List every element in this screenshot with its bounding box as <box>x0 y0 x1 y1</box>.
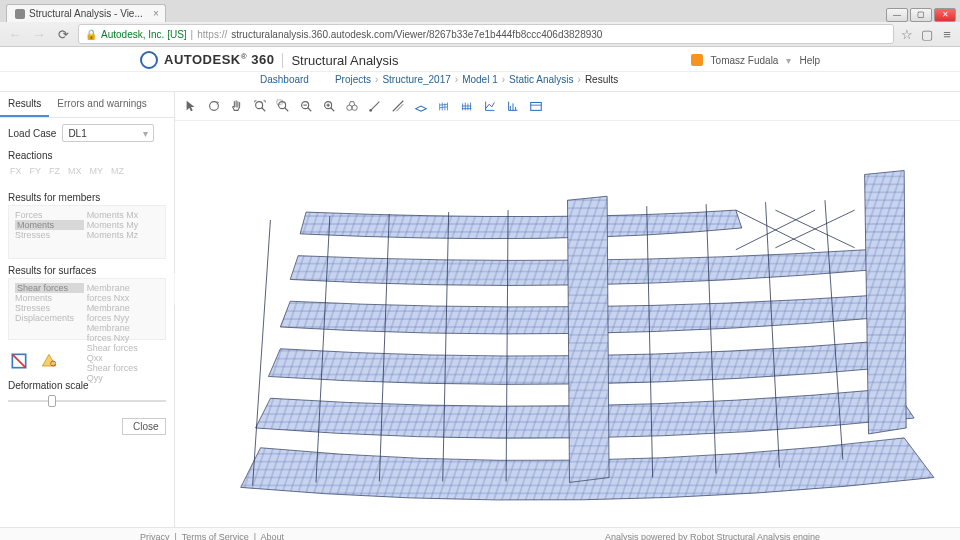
tab-errors[interactable]: Errors and warnings <box>49 92 154 117</box>
members-my[interactable]: Moments My <box>87 220 156 230</box>
surf-moments[interactable]: Moments <box>15 293 84 303</box>
orbit-icon[interactable] <box>204 96 224 116</box>
browser-chrome: Structural Analysis - Vie... × — ▢ ✕ ← →… <box>0 0 960 47</box>
svg-line-15 <box>331 108 335 112</box>
members-label: Results for members <box>8 192 166 203</box>
url-path: structuralanalysis.360.autodesk.com/View… <box>231 29 602 40</box>
tab-results[interactable]: Results <box>0 92 49 117</box>
slider-thumb[interactable] <box>48 395 56 407</box>
zoom-out-icon[interactable] <box>296 96 316 116</box>
frame-display-icon[interactable] <box>8 350 30 372</box>
tab-strip: Structural Analysis - Vie... × — ▢ ✕ <box>0 0 960 22</box>
members-stresses[interactable]: Stresses <box>15 230 84 240</box>
svg-point-3 <box>210 102 219 111</box>
surfaces-group: Shear forces Moments Stresses Displaceme… <box>8 278 166 340</box>
breadcrumb-item[interactable]: Model 1 <box>462 74 498 85</box>
footer-about[interactable]: About <box>261 532 285 540</box>
autodesk-logo-icon <box>140 51 158 69</box>
url-prefix: https:// <box>197 29 227 40</box>
breadcrumb-current: Results <box>585 74 618 85</box>
fence-icon[interactable] <box>457 96 477 116</box>
tab-close-icon[interactable]: × <box>153 8 159 19</box>
svg-point-4 <box>256 102 263 109</box>
address-bar: ← → ⟳ 🔒 Autodesk, Inc. [US] | https://st… <box>0 22 960 46</box>
window-close-button[interactable]: ✕ <box>934 8 956 22</box>
svg-line-29 <box>506 210 508 481</box>
menu-icon[interactable]: ≡ <box>940 27 954 41</box>
mesh-icon[interactable] <box>434 96 454 116</box>
deformation-slider[interactable] <box>8 394 166 408</box>
svg-line-18 <box>371 102 380 111</box>
window-controls: — ▢ ✕ <box>886 8 960 22</box>
svg-line-25 <box>253 220 271 485</box>
url-host: Autodesk, Inc. [US] <box>101 29 187 40</box>
graph-icon[interactable] <box>480 96 500 116</box>
viewer-toolbar <box>175 92 960 121</box>
rss-icon[interactable] <box>691 54 703 66</box>
surface-display-icon[interactable] <box>38 350 60 372</box>
surf-disp[interactable]: Displacements <box>15 313 84 323</box>
reaction-mz[interactable]: MZ <box>111 166 124 176</box>
svg-line-1 <box>12 354 25 367</box>
breadcrumb-item[interactable]: Structure_2017 <box>382 74 450 85</box>
reactions-label: Reactions <box>8 150 166 161</box>
surf-nxx[interactable]: Membrane forces Nxx <box>87 283 156 303</box>
surf-stresses[interactable]: Stresses <box>15 303 84 313</box>
nav-forward-icon[interactable]: → <box>30 25 48 43</box>
footer: Privacy | Terms of Service | About Copyr… <box>0 527 960 540</box>
reaction-fy[interactable]: FY <box>30 166 42 176</box>
breadcrumb-item[interactable]: Static Analysis <box>509 74 573 85</box>
surf-shear[interactable]: Shear forces <box>15 283 84 293</box>
svg-point-16 <box>347 105 352 110</box>
surf-nyy[interactable]: Membrane forces Nyy <box>87 303 156 323</box>
nav-reload-icon[interactable]: ⟳ <box>54 25 72 43</box>
loadcase-select[interactable]: DL1 ▾ <box>62 124 154 142</box>
user-name[interactable]: Tomasz Fudala <box>711 55 779 66</box>
window-minimize-button[interactable]: — <box>886 8 908 22</box>
user-dropdown-icon[interactable]: ▾ <box>786 55 791 66</box>
zoom-in-icon[interactable] <box>319 96 339 116</box>
members-mz[interactable]: Moments Mz <box>87 230 156 240</box>
results-chart-icon[interactable] <box>503 96 523 116</box>
reaction-fx[interactable]: FX <box>10 166 22 176</box>
pan-icon[interactable] <box>227 96 247 116</box>
reaction-mx[interactable]: MX <box>68 166 82 176</box>
surf-nxy[interactable]: Membrane forces Nxy <box>87 323 156 343</box>
tab-title: Structural Analysis - Vie... <box>29 8 143 19</box>
browser-tab[interactable]: Structural Analysis - Vie... × <box>6 4 166 22</box>
help-link[interactable]: Help <box>799 55 820 66</box>
bookmark-icon[interactable]: ☆ <box>900 27 914 41</box>
cursor-icon[interactable] <box>181 96 201 116</box>
svg-line-5 <box>262 108 266 112</box>
plane-icon[interactable] <box>411 96 431 116</box>
footer-privacy[interactable]: Privacy <box>140 532 170 540</box>
main-area: Results Errors and warnings Load Case DL… <box>0 91 960 527</box>
breadcrumb-item[interactable]: Projects <box>335 74 371 85</box>
members-mx[interactable]: Moments Mx <box>87 210 156 220</box>
svg-point-19 <box>369 109 372 112</box>
user-icon[interactable]: ▢ <box>920 27 934 41</box>
content-area: ‹ <box>175 92 960 527</box>
binoculars-icon[interactable] <box>342 96 362 116</box>
window-icon[interactable] <box>526 96 546 116</box>
reactions-row: FX FY FZ MX MY MZ <box>8 164 166 180</box>
window-maximize-button[interactable]: ▢ <box>910 8 932 22</box>
breadcrumb-dashboard[interactable]: Dashboard <box>260 74 309 85</box>
members-forces[interactable]: Forces <box>15 210 84 220</box>
members-moments[interactable]: Moments <box>15 220 84 230</box>
nav-back-icon[interactable]: ← <box>6 25 24 43</box>
section-icon[interactable] <box>388 96 408 116</box>
reaction-my[interactable]: MY <box>90 166 104 176</box>
zoom-extents-icon[interactable] <box>250 96 270 116</box>
footer-terms[interactable]: Terms of Service <box>182 532 249 540</box>
breadcrumb: Dashboard Projects› Structure_2017› Mode… <box>0 72 960 91</box>
loadcase-label: Load Case <box>8 128 56 139</box>
zoom-window-icon[interactable] <box>273 96 293 116</box>
reaction-fz[interactable]: FZ <box>49 166 60 176</box>
svg-line-26 <box>316 216 330 482</box>
close-button[interactable]: Close <box>122 418 166 435</box>
svg-line-30 <box>647 206 653 477</box>
model-viewer[interactable] <box>175 121 960 527</box>
url-input[interactable]: 🔒 Autodesk, Inc. [US] | https://structur… <box>78 24 894 44</box>
measure-icon[interactable] <box>365 96 385 116</box>
